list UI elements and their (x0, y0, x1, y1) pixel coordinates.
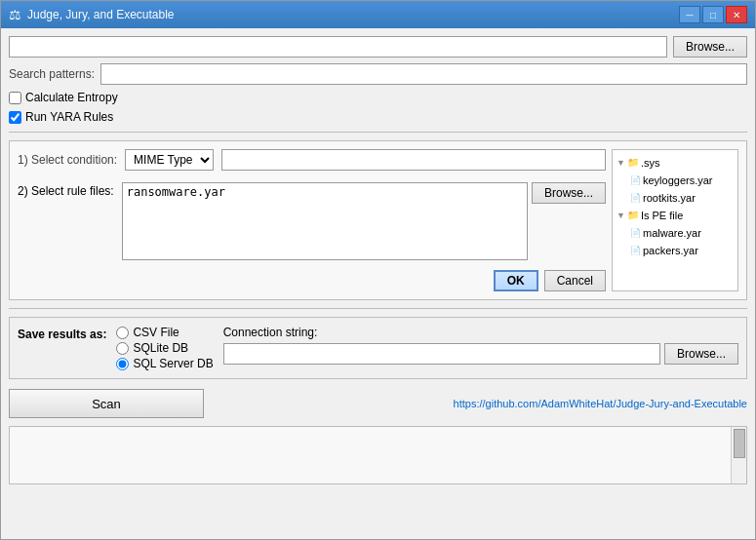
rule-files-textarea[interactable]: ransomware.yar (122, 182, 528, 260)
tree-file-malware[interactable]: 📄 malware.yar (630, 224, 734, 242)
separator-1 (9, 132, 747, 133)
connection-label: Connection string: (223, 326, 738, 339)
calculate-entropy-row: Calculate Entropy (9, 91, 747, 104)
connection-section: Connection string: Data Source=(LocalDB)… (223, 326, 738, 365)
folder-label-sys: .sys (641, 154, 660, 172)
tree-file-packers[interactable]: 📄 packers.yar (630, 242, 734, 259)
app-icon: ⚖ (9, 7, 21, 22)
window-title: Judge, Jury, and Executable (27, 8, 175, 21)
ok-button[interactable]: OK (494, 270, 538, 291)
file-icon-packers: 📄 (630, 242, 641, 259)
browse-connection-button[interactable]: Browse... (664, 343, 738, 365)
dialog-buttons: OK Cancel (18, 270, 606, 291)
tree-node-pe: ▼ 📁 Is PE file 📄 malware.yar 📄 pac (617, 207, 734, 259)
radio-sqlserver-row: SQL Server DB (116, 357, 213, 370)
radio-sqlite-row: SQLite DB (116, 341, 213, 355)
tree-file-keyloggers[interactable]: 📄 keyloggers.yar (630, 172, 734, 189)
condition-value-input[interactable]: application/octet-stream (221, 149, 606, 171)
calculate-entropy-checkbox[interactable] (9, 92, 21, 104)
browse-rules-button[interactable]: Browse... (532, 182, 606, 204)
tree-panel: ▼ 📁 .sys 📄 keyloggers.yar 📄 rootki (612, 149, 738, 291)
tree-folder-pe[interactable]: ▼ 📁 Is PE file (617, 207, 734, 224)
yara-rules-panel: 1) Select condition: MIME Type Is PE fil… (9, 140, 747, 300)
file-label-keyloggers: keyloggers.yar (643, 172, 713, 189)
expand-icon-pe: ▼ (617, 207, 625, 224)
file-label-malware: malware.yar (643, 224, 701, 242)
tree-node-sys: ▼ 📁 .sys 📄 keyloggers.yar 📄 rootki (617, 154, 734, 207)
expand-icon-sys: ▼ (617, 154, 625, 172)
radio-csv-row: CSV File (116, 326, 213, 339)
scrollbar-thumb[interactable] (734, 429, 745, 458)
bottom-extra-panel (9, 426, 747, 484)
folder-icon-sys: 📁 (627, 154, 639, 172)
restore-button[interactable]: □ (702, 6, 724, 23)
minimize-button[interactable]: ─ (679, 6, 700, 23)
tree-file-rootkits[interactable]: 📄 rootkits.yar (630, 189, 734, 207)
path-input[interactable]: C:\Windows\System32\drivers (9, 36, 667, 58)
github-link[interactable]: https://github.com/AdamWhiteHat/Judge-Ju… (454, 398, 747, 409)
search-patterns-row: Search patterns: *.sys|*.dll|*.drv (9, 63, 747, 85)
tree-children-pe: 📄 malware.yar 📄 packers.yar (630, 224, 734, 259)
run-yara-row: Run YARA Rules (9, 110, 747, 124)
folder-label-pe: Is PE file (641, 207, 683, 224)
save-options: CSV File SQLite DB SQL Server DB (116, 326, 213, 370)
radio-sqlite-label: SQLite DB (133, 341, 188, 355)
scan-row: Scan https://github.com/AdamWhiteHat/Jud… (9, 389, 747, 418)
radio-csv-label: CSV File (133, 326, 179, 339)
separator-2 (9, 308, 747, 309)
file-label-packers: packers.yar (643, 242, 698, 259)
save-as-label: Save results as: (18, 326, 106, 341)
calculate-entropy-label: Calculate Entropy (25, 91, 118, 104)
run-yara-label: Run YARA Rules (25, 110, 113, 124)
main-content: C:\Windows\System32\drivers Browse... Se… (1, 28, 755, 539)
radio-sqlserver[interactable] (116, 358, 129, 370)
title-bar: ⚖ Judge, Jury, and Executable ─ □ ✕ (1, 1, 755, 28)
title-controls: ─ □ ✕ (679, 6, 747, 23)
rule-files-area: ransomware.yar Browse... (122, 182, 606, 260)
radio-sqlite[interactable] (116, 342, 129, 355)
title-bar-left: ⚖ Judge, Jury, and Executable (9, 7, 175, 22)
condition-select[interactable]: MIME Type Is PE file All files (125, 149, 214, 171)
close-button[interactable]: ✕ (726, 6, 747, 23)
search-patterns-input[interactable]: *.sys|*.dll|*.drv (100, 63, 747, 85)
cancel-button[interactable]: Cancel (544, 270, 606, 291)
path-row: C:\Windows\System32\drivers Browse... (9, 36, 747, 58)
file-label-rootkits: rootkits.yar (643, 189, 696, 207)
rule-files-label: 2) Select rule files: (18, 182, 114, 198)
search-patterns-label: Search patterns: (9, 67, 95, 81)
right-scrollbar[interactable] (731, 427, 746, 483)
tree-folder-sys[interactable]: ▼ 📁 .sys (617, 154, 734, 172)
main-window: ⚖ Judge, Jury, and Executable ─ □ ✕ C:\W… (0, 0, 756, 540)
file-icon-keyloggers: 📄 (630, 172, 641, 189)
yara-main-area: 1) Select condition: MIME Type Is PE fil… (18, 149, 738, 291)
rule-files-row: 2) Select rule files: ransomware.yar Bro… (18, 182, 606, 260)
save-as-row: Save results as: CSV File SQLite DB SQL … (18, 326, 738, 370)
file-icon-malware: 📄 (630, 224, 641, 242)
bottom-section: Save results as: CSV File SQLite DB SQL … (9, 317, 747, 379)
folder-icon-pe: 📁 (627, 207, 639, 224)
file-icon-rootkits: 📄 (630, 189, 641, 207)
radio-csv[interactable] (116, 327, 129, 339)
scan-button[interactable]: Scan (9, 389, 204, 418)
condition-row: 1) Select condition: MIME Type Is PE fil… (18, 149, 606, 171)
yara-left-panel: 1) Select condition: MIME Type Is PE fil… (18, 149, 606, 291)
connection-input[interactable]: Data Source=(LocalDB)\MSSQLLocalDB;Initi… (223, 343, 660, 365)
tree-children-sys: 📄 keyloggers.yar 📄 rootkits.yar (630, 172, 734, 207)
browse-path-button[interactable]: Browse... (673, 36, 747, 58)
radio-sqlserver-label: SQL Server DB (133, 357, 213, 370)
condition-label: 1) Select condition: (18, 153, 117, 167)
connection-row: Data Source=(LocalDB)\MSSQLLocalDB;Initi… (223, 343, 738, 365)
run-yara-checkbox[interactable] (9, 111, 21, 124)
